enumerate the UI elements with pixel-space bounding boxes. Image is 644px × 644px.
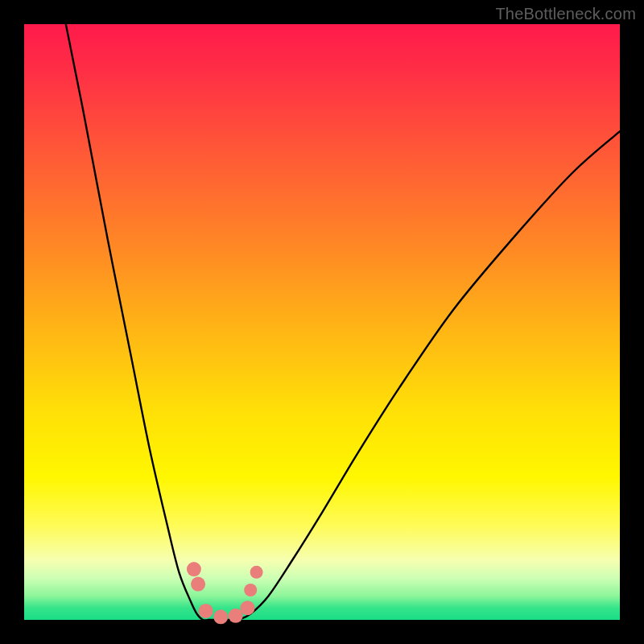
series-layer xyxy=(66,24,620,621)
marker-valley-dot-4 xyxy=(241,601,255,615)
marker-valley-dot-2 xyxy=(213,609,228,624)
watermark-text: TheBottleneck.com xyxy=(495,5,636,23)
marker-right-dot-upper xyxy=(250,566,263,579)
marker-valley-dot-3 xyxy=(229,609,243,623)
chart-svg xyxy=(24,24,620,620)
chart-frame: TheBottleneck.com xyxy=(0,0,644,644)
marker-valley-dot-1 xyxy=(199,604,213,618)
series-left-curve xyxy=(66,24,209,621)
marker-left-dot-upper xyxy=(187,562,201,576)
plot-area xyxy=(24,24,620,620)
marker-right-dot-lower xyxy=(244,584,257,597)
series-right-curve xyxy=(238,131,620,620)
marker-left-dot-lower xyxy=(191,577,205,592)
